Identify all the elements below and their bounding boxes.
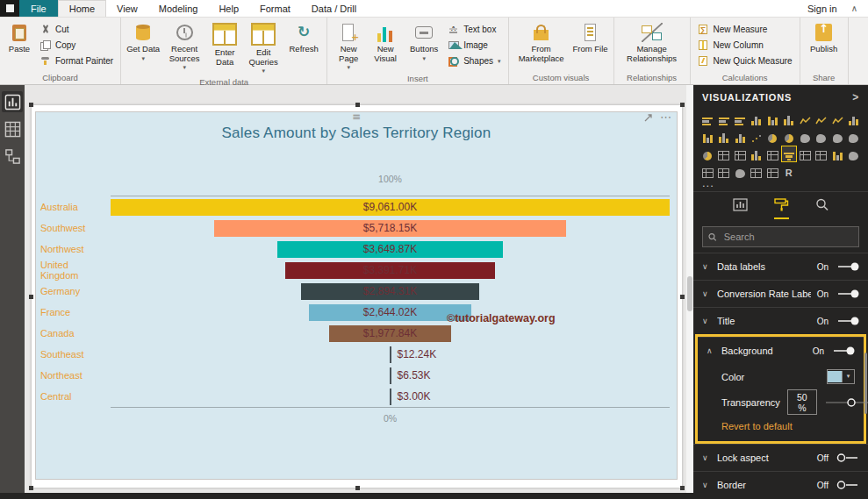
matrix-icon[interactable] (814, 146, 829, 161)
funnel-bar[interactable] (390, 346, 391, 363)
format-section-background[interactable]: ∧BackgroundOn (698, 337, 864, 364)
stacked-bar-chart-icon[interactable] (700, 111, 715, 126)
selection-handle[interactable] (680, 486, 685, 490)
map-icon[interactable] (814, 129, 829, 144)
report-page[interactable]: ≡ ⋯ Sales Amount by Sales Territory Regi… (32, 105, 682, 488)
smart-narrative-icon[interactable] (717, 164, 732, 179)
tab-view[interactable]: View (106, 0, 148, 17)
ribbon-button-edit-queries[interactable]: Edit Queries▾ (244, 19, 283, 76)
ribbon-button-from-file[interactable]: From File (572, 19, 609, 72)
data-view-button[interactable] (2, 118, 23, 139)
sign-in-link[interactable]: Sign in (807, 4, 837, 14)
card-icon[interactable] (717, 146, 732, 161)
tab-help[interactable]: Help (208, 0, 249, 17)
tab-modeling[interactable]: Modeling (148, 0, 209, 17)
tab-format[interactable] (774, 198, 789, 219)
toggle-on[interactable] (836, 316, 859, 326)
tab-home[interactable]: Home (58, 0, 106, 17)
selection-handle[interactable] (29, 486, 33, 490)
ribbon-button-cut[interactable]: Cut (37, 22, 116, 37)
color-swatch-dropdown[interactable]: ▾ (827, 369, 855, 384)
stacked-area-chart-icon[interactable] (830, 111, 845, 126)
tab-file[interactable]: File (19, 0, 58, 17)
revert-to-default-link[interactable]: Revert to default (698, 415, 864, 441)
100-stacked-column-chart-icon[interactable] (782, 111, 797, 126)
format-section-data-labels[interactable]: ∨Data labelsOn (693, 253, 868, 280)
line-and-clustered-column-chart-icon[interactable] (700, 129, 715, 144)
collapse-ribbon-icon[interactable]: ∧ (851, 4, 857, 13)
transparency-value[interactable]: 50 % (787, 389, 817, 415)
donut-chart-icon[interactable] (782, 129, 797, 144)
slicer-icon[interactable] (765, 146, 780, 161)
canvas-scrollbar-thumb[interactable] (687, 276, 692, 311)
paginated-report-icon[interactable] (765, 164, 780, 179)
ribbon-button-new-measure[interactable]: New Measure (695, 22, 795, 37)
toggle-on[interactable] (836, 261, 859, 272)
funnel-bar[interactable] (390, 389, 391, 405)
funnel-bar[interactable] (390, 367, 391, 384)
more-options-icon[interactable]: ⋯ (660, 112, 671, 123)
ribbon-button-image[interactable]: Image (445, 38, 503, 53)
selection-handle[interactable] (29, 103, 33, 107)
ribbon-button-enter-data[interactable]: Enter Data (208, 19, 241, 76)
tab-fields[interactable] (733, 198, 748, 219)
collapse-panel-icon[interactable]: > (852, 91, 859, 103)
model-view-button[interactable] (2, 146, 23, 167)
ribbon-button-new-quick-measure[interactable]: New Quick Measure (695, 53, 795, 68)
tab-analytics[interactable] (815, 198, 829, 219)
ribbon-button-format-painter[interactable]: Format Painter (37, 53, 116, 68)
filled-map-icon[interactable] (830, 129, 845, 144)
area-chart-icon[interactable] (814, 111, 829, 126)
save-icon[interactable] (0, 0, 19, 17)
ribbon-button-buttons[interactable]: Buttons▾ (405, 19, 442, 73)
ribbon-button-text-box[interactable]: Text box (445, 22, 503, 37)
ribbon-button-manage-relationships[interactable]: Manage Relationships (619, 19, 685, 72)
ribbon-button-new-page[interactable]: New Page▾ (332, 19, 365, 73)
r-script-visual-icon[interactable]: R (782, 164, 797, 179)
line-and-stacked-column-chart-icon[interactable] (847, 111, 862, 126)
kpi-icon[interactable] (750, 146, 764, 161)
key-influencers-icon[interactable] (830, 146, 845, 161)
toggle-on[interactable] (836, 289, 859, 299)
treemap-icon[interactable] (798, 129, 813, 144)
canvas-scrollbar[interactable] (686, 85, 693, 493)
format-section-lock-aspect[interactable]: ∨Lock aspectOff (693, 444, 868, 471)
funnel-visual[interactable]: ≡ ⋯ Sales Amount by Sales Territory Regi… (35, 111, 678, 480)
pie-chart-icon[interactable] (765, 129, 780, 144)
power-apps-icon[interactable] (750, 164, 764, 179)
toggle-off[interactable] (836, 480, 859, 490)
ribbon-button-shapes[interactable]: Shapes▾ (445, 53, 503, 68)
clustered-bar-chart-icon[interactable] (717, 111, 732, 126)
drag-grip-icon[interactable]: ≡ (352, 110, 361, 123)
waterfall-chart-icon[interactable] (733, 129, 748, 144)
transparency-slider[interactable] (824, 397, 868, 408)
ribbon-button-recent-sources[interactable]: Recent Sources▾ (163, 19, 205, 76)
arcgis-map-icon[interactable] (847, 146, 862, 161)
more-visuals-icon[interactable]: ... (693, 179, 868, 189)
ribbon-chart-icon[interactable] (717, 129, 732, 144)
panel-scrollbar-thumb[interactable] (864, 353, 867, 414)
selection-handle[interactable] (29, 295, 33, 299)
clustered-column-chart-icon[interactable] (765, 111, 780, 126)
scatter-chart-icon[interactable] (750, 129, 764, 144)
ribbon-button-from-marketplace[interactable]: From Marketplace (513, 19, 570, 72)
funnel-chart-icon[interactable] (782, 146, 797, 161)
toggle-off[interactable] (836, 453, 859, 463)
focus-mode-icon[interactable] (643, 113, 653, 123)
tab-format[interactable]: Format (249, 0, 301, 17)
ribbon-button-refresh[interactable]: Refresh (285, 19, 322, 76)
selection-handle[interactable] (355, 486, 360, 490)
100-stacked-bar-chart-icon[interactable] (733, 111, 748, 126)
line-chart-icon[interactable] (798, 111, 813, 126)
format-section-conversion-rate-label[interactable]: ∨Conversion Rate LabelOn (693, 280, 868, 307)
shape-map-icon[interactable] (847, 129, 862, 144)
ribbon-button-publish[interactable]: Publish (805, 19, 843, 72)
stacked-column-chart-icon[interactable] (750, 111, 764, 126)
tab-data-drill[interactable]: Data / Drill (301, 0, 367, 17)
ribbon-button-get-data[interactable]: Get Data▾ (126, 19, 161, 76)
selection-handle[interactable] (680, 103, 685, 107)
toggle-on[interactable] (832, 346, 855, 356)
decomposition-tree-icon[interactable] (733, 164, 748, 179)
ribbon-button-new-visual[interactable]: New Visual (368, 19, 403, 73)
search-box[interactable] (702, 226, 859, 247)
